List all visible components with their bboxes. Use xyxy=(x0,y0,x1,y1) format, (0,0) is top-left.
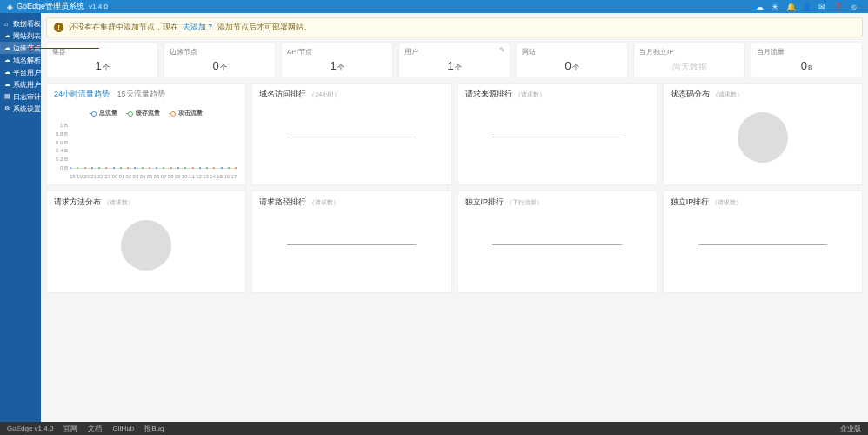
sidebar: ⌂数据看板☁网站列表☁边缘节点☁域名解析☁平台用户☁系统用户▤日志审计⚙系统设置 xyxy=(0,13,41,422)
legend-total: 总流量 xyxy=(99,109,117,117)
menu-icon: ☁ xyxy=(4,81,10,88)
footer-version: GoEdge v1.4.0 xyxy=(7,425,53,432)
stats-row: 集群1个边缘节点0个API节点1个用户✎1个网站0个当月独立IP尚无数据当月流量… xyxy=(46,43,863,77)
stat-card: 当月流量0B xyxy=(751,43,863,77)
traffic-tab-15d[interactable]: 15天流量趋势 xyxy=(117,90,165,98)
menu-icon: ☁ xyxy=(4,32,10,39)
stat-card: 用户✎1个 xyxy=(398,43,511,77)
alert-text-2: 添加节点后才可部署网站。 xyxy=(217,23,311,31)
menu-icon: ⌂ xyxy=(4,21,10,27)
legend-attack: 攻击流量 xyxy=(178,109,203,117)
empty-placeholder xyxy=(287,137,417,137)
menu-icon: ☁ xyxy=(4,69,10,76)
empty-placeholder xyxy=(492,137,622,137)
empty-placeholder xyxy=(698,244,828,245)
cloud-icon[interactable]: ☁ xyxy=(751,3,767,11)
footer-link-docs[interactable]: 文档 xyxy=(88,424,102,433)
empty-placeholder xyxy=(492,244,622,245)
empty-pie xyxy=(121,220,171,271)
empty-pie xyxy=(738,112,788,163)
panel-ip-requests: 独立IP排行（请求数） xyxy=(663,191,863,293)
topbar: ◈ GoEdge管理员系统 v1.4.0 ☁ ☀ 🔔 👤 ✉ ❓ ⎋ xyxy=(0,0,868,13)
footer-link-site[interactable]: 官网 xyxy=(63,424,77,433)
app-logo[interactable]: ◈ GoEdge管理员系统 v1.4.0 xyxy=(7,1,108,12)
stat-card: 集群1个 xyxy=(46,43,158,77)
footer-link-bug[interactable]: 报Bug xyxy=(144,424,164,433)
sidebar-item-dashboard[interactable]: ⌂数据看板 xyxy=(0,17,41,30)
alert-text-1: 还没有在集群中添加节点，现在 xyxy=(69,23,178,31)
sidebar-item-dns[interactable]: ☁域名解析 xyxy=(0,54,41,66)
sidebar-item-logs[interactable]: ▤日志审计 xyxy=(0,90,41,103)
stat-card: 当月独立IP尚无数据 xyxy=(633,43,745,77)
traffic-tab-24h[interactable]: 24小时流量趋势 xyxy=(54,90,110,98)
panel-origin-rank: 请求来源排行（请求数） xyxy=(457,83,658,185)
mail-icon[interactable]: ✉ xyxy=(814,3,830,11)
panel-method-dist: 请求方法分布（请求数） xyxy=(46,191,246,293)
stat-card: 网站0个 xyxy=(516,43,628,77)
warning-icon: ! xyxy=(54,23,63,32)
menu-icon: ☁ xyxy=(4,57,10,64)
footer-link-github[interactable]: GitHub xyxy=(112,425,134,432)
menu-icon: ☁ xyxy=(4,44,10,51)
alert-banner: ! 还没有在集群中添加节点，现在 去添加？ 添加节点后才可部署网站。 xyxy=(46,17,863,37)
menu-icon: ⚙ xyxy=(4,105,10,112)
main-content: ! 还没有在集群中添加节点，现在 去添加？ 添加节点后才可部署网站。 集群1个边… xyxy=(41,13,868,422)
panel-status-dist: 状态码分布（请求数） xyxy=(663,83,863,185)
empty-placeholder xyxy=(287,244,417,245)
sidebar-item-edge-nodes[interactable]: ☁边缘节点 xyxy=(0,42,41,54)
stat-card: 边缘节点0个 xyxy=(164,43,276,77)
chart-legend: 总流量 缓存流量 攻击流量 xyxy=(54,109,238,117)
panel-ip-traffic: 独立IP排行（下行流量） xyxy=(457,191,658,293)
bell-icon[interactable]: 🔔 xyxy=(783,3,798,11)
panel-path-rank: 请求路径排行（请求数） xyxy=(251,191,451,293)
legend-cache: 缓存流量 xyxy=(136,109,160,117)
sidebar-item-settings[interactable]: ⚙系统设置 xyxy=(0,103,41,115)
panel-traffic: 24小时流量趋势 15天流量趋势 总流量 缓存流量 攻击流量 1 B0.8 B0… xyxy=(46,83,246,185)
menu-icon: ▤ xyxy=(4,93,10,100)
sidebar-item-admins[interactable]: ☁系统用户 xyxy=(0,78,41,90)
alert-link[interactable]: 去添加？ xyxy=(183,23,214,31)
app-version: v1.4.0 xyxy=(89,3,108,10)
sidebar-item-users[interactable]: ☁平台用户 xyxy=(0,66,41,78)
traffic-chart: 1 B0.8 B0.6 B0.4 B0.2 B0 B 1819202122230… xyxy=(54,123,238,179)
footer: GoEdge v1.4.0 官网 文档 GitHub 报Bug 企业版 xyxy=(0,422,868,435)
logout-icon[interactable]: ⎋ xyxy=(845,3,861,11)
footer-edition: 企业版 xyxy=(840,424,861,433)
user-icon[interactable]: 👤 xyxy=(798,3,814,11)
logo-icon: ◈ xyxy=(7,3,13,11)
sidebar-item-sites[interactable]: ☁网站列表 xyxy=(0,30,41,42)
sun-icon[interactable]: ☀ xyxy=(767,3,783,11)
panel-domain-rank: 域名访问排行（24小时） xyxy=(251,83,451,185)
edit-icon[interactable]: ✎ xyxy=(499,46,505,54)
help-icon[interactable]: ❓ xyxy=(830,3,845,11)
stat-card: API节点1个 xyxy=(281,43,393,77)
app-name: GoEdge管理员系统 xyxy=(17,1,84,12)
